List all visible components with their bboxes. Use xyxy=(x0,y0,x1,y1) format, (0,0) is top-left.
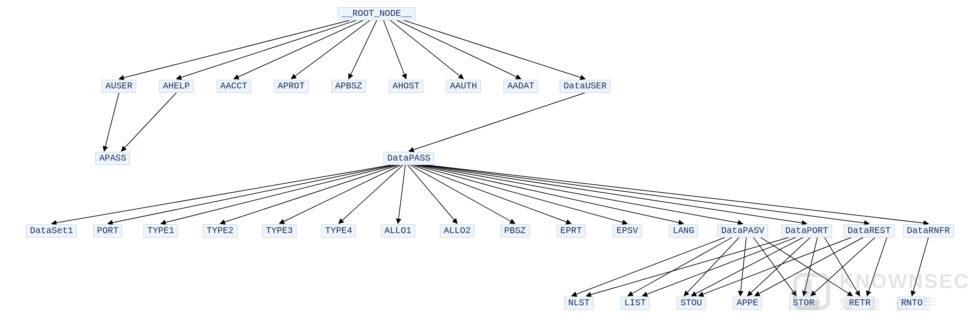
edge xyxy=(390,21,464,79)
edge xyxy=(586,238,789,296)
graph-node-aprot: APROT xyxy=(274,80,309,93)
graph-node-type2: TYPE2 xyxy=(203,225,237,238)
watermark-latin: KNOWNSEC xyxy=(839,269,970,292)
graph-node-stor: STOR xyxy=(789,296,818,310)
graph-node-port: PORT xyxy=(93,225,123,238)
graph-node-datarest: DataREST xyxy=(844,225,895,238)
edge xyxy=(409,93,585,152)
edges-layer xyxy=(0,0,980,317)
edge xyxy=(698,238,851,296)
graph-node-nlst: NLST xyxy=(564,296,593,310)
edge xyxy=(121,93,176,152)
graph-node-datarnfr: DataRNFR xyxy=(903,225,954,238)
edge xyxy=(755,238,863,296)
graph-node-pbsz: PBSZ xyxy=(500,225,530,238)
edge xyxy=(420,165,743,224)
graph-node-appe: APPE xyxy=(733,296,762,310)
edge xyxy=(339,165,403,224)
edge xyxy=(119,21,349,79)
edge xyxy=(824,238,860,296)
graph-node-allo1: ALLO1 xyxy=(381,225,415,238)
graph-node-datauser: DataUSER xyxy=(560,80,611,93)
graph-node-datapasv: DataPASV xyxy=(718,225,768,238)
edge xyxy=(279,165,401,224)
edge xyxy=(753,238,796,296)
edge xyxy=(760,238,853,296)
graph-node-aacct: AACCT xyxy=(217,80,251,93)
edge xyxy=(51,165,391,224)
graph-node-aadat: AADAT xyxy=(503,80,538,93)
edge xyxy=(348,21,377,79)
edge xyxy=(383,21,406,79)
edge xyxy=(912,238,929,296)
graph-node-eprt: EPRT xyxy=(557,225,586,238)
graph-node-ahelp: AHELP xyxy=(159,80,194,93)
edge xyxy=(571,238,725,296)
graph-node-aauth: AAUTH xyxy=(446,80,480,93)
graph-node-type1: TYPE1 xyxy=(143,225,178,238)
edge xyxy=(867,238,887,296)
graph-node-ahost: AHOST xyxy=(389,80,423,93)
edge xyxy=(417,165,684,224)
edge xyxy=(691,238,803,296)
graph-node-rnto: RNTO xyxy=(897,296,926,310)
graph-node-root: __ROOT_NODE__ xyxy=(338,7,416,21)
graph-node-dataset1: DataSet1 xyxy=(26,225,77,238)
graph-node-retr: RETR xyxy=(845,296,874,310)
edge xyxy=(104,93,119,152)
edge xyxy=(176,21,356,79)
graph-node-datapass: DataPASS xyxy=(383,152,434,165)
graph-node-type4: TYPE4 xyxy=(321,225,356,238)
graph-node-lang: LANG xyxy=(669,225,698,238)
edge xyxy=(234,21,363,79)
edge xyxy=(424,165,869,224)
edge xyxy=(108,165,394,224)
graph-node-epsv: EPSV xyxy=(612,225,642,238)
graph-node-stou: STOU xyxy=(676,296,706,310)
graph-node-allo2: ALLO2 xyxy=(440,225,474,238)
graph-node-apass: APASS xyxy=(95,152,130,165)
graph-node-auser: AUSER xyxy=(102,80,136,93)
graph-node-dataport: DataPORT xyxy=(781,225,832,238)
edge xyxy=(628,238,732,296)
edge xyxy=(684,238,739,296)
edge xyxy=(422,165,807,224)
graph-node-type3: TYPE3 xyxy=(262,225,296,238)
graph-node-apbsz: APBSZ xyxy=(331,80,366,93)
edge xyxy=(811,238,875,296)
edge xyxy=(748,238,810,296)
edge xyxy=(427,165,929,224)
edge xyxy=(397,21,521,79)
edge xyxy=(643,238,796,296)
edge xyxy=(415,165,627,224)
edge xyxy=(804,238,818,296)
edge xyxy=(410,165,515,224)
edge xyxy=(161,165,396,224)
edge xyxy=(220,165,398,224)
svg-rect-1 xyxy=(805,279,812,296)
edge xyxy=(740,238,746,296)
edge xyxy=(398,165,405,224)
edge xyxy=(404,21,585,79)
edge xyxy=(291,21,370,79)
edge xyxy=(408,165,457,224)
graph-node-list: LIST xyxy=(620,296,650,310)
edge xyxy=(413,165,571,224)
